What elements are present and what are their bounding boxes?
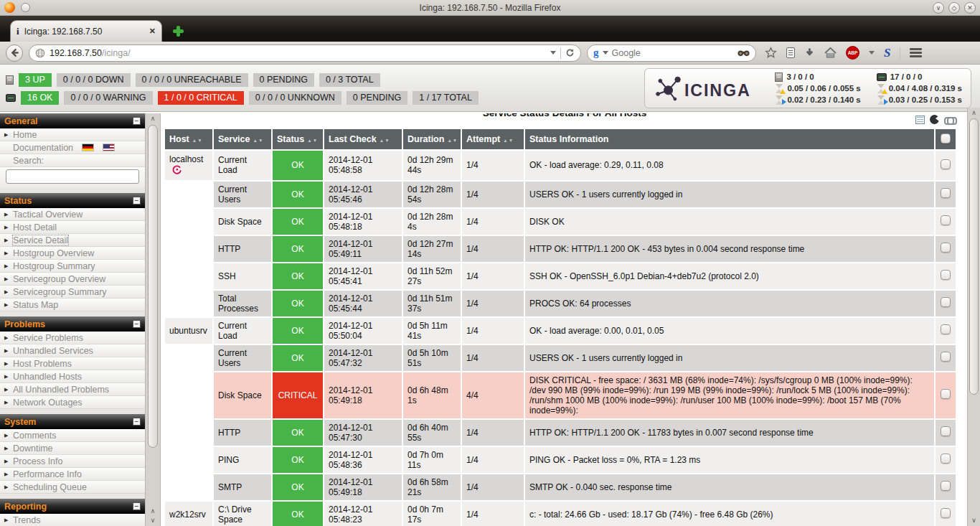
row-checkbox[interactable] — [941, 481, 951, 491]
scrollbar-thumb[interactable] — [148, 125, 158, 448]
service-name[interactable]: PING — [214, 447, 271, 473]
collapse-icon[interactable]: − — [133, 117, 141, 125]
row-checkbox[interactable] — [941, 324, 951, 334]
sort-desc-icon[interactable]: ▼ — [453, 138, 458, 143]
host-cell-w2k12srv[interactable]: w2k12srv — [165, 502, 212, 526]
minimize-button[interactable]: ∨ — [933, 2, 944, 14]
sort-asc-icon[interactable]: ▲ — [447, 138, 452, 143]
row-checkbox[interactable] — [941, 270, 951, 280]
service-box-0-0-0-unknown[interactable]: 0 / 0 / 0 UNKNOWN — [249, 91, 341, 105]
sidebar-section-header-general[interactable]: General− — [0, 113, 145, 128]
sidebar-item-scheduling-queue[interactable]: ▶Scheduling Queue — [0, 481, 145, 494]
sidebar-item-unhandled-services[interactable]: ▶Unhandled Services — [0, 344, 145, 357]
service-name[interactable]: Current Users — [214, 345, 271, 371]
sort-icons[interactable]: ▲▼ — [503, 134, 514, 144]
sort-asc-icon[interactable]: ▲ — [307, 138, 312, 143]
service-name[interactable]: Current Load — [214, 151, 271, 180]
sort-asc-icon[interactable]: ▲ — [253, 138, 258, 143]
row-checkbox[interactable] — [941, 426, 951, 436]
sort-icons[interactable]: ▲▼ — [307, 134, 318, 144]
sidebar-item-host-detail[interactable]: ▶Host Detail — [0, 221, 145, 234]
back-button[interactable] — [6, 44, 23, 62]
grid-view-icon[interactable] — [915, 116, 925, 124]
sidebar-search-input[interactable] — [6, 169, 139, 184]
sidebar-item-hostgroup-summary[interactable]: ▶Hostgroup Summary — [0, 260, 145, 273]
column-header-service[interactable]: Service▲▼ — [214, 129, 271, 149]
host-box-0-0-0-down[interactable]: 0 / 0 / 0 DOWN — [57, 73, 131, 87]
sidebar-item-documentation[interactable]: ▶Documentation — [0, 141, 145, 154]
sidebar-item-host-problems[interactable]: ▶Host Problems — [0, 357, 145, 370]
tab-close-icon[interactable]: ✕ — [149, 27, 156, 36]
url-bar[interactable]: 192.168.7.50/icinga/ — [29, 44, 581, 62]
adblock-plus-icon[interactable]: ABP — [846, 46, 859, 60]
sort-desc-icon[interactable]: ▼ — [509, 138, 514, 143]
sort-icons[interactable]: ▲▼ — [380, 134, 390, 144]
column-header-duration[interactable]: Duration▲▼ — [403, 129, 461, 149]
column-header-attempt[interactable]: Attempt▲▼ — [462, 129, 524, 149]
scroll-up-icon[interactable]: ∧ — [146, 114, 160, 123]
service-box-1-17-total[interactable]: 1 / 17 TOTAL — [413, 91, 479, 105]
sidebar-item-service-detail[interactable]: ▶Service Detail — [0, 234, 145, 247]
column-header-status-information[interactable]: Status Information — [525, 129, 934, 149]
service-name[interactable]: SSH — [214, 263, 271, 289]
host-cell-ubuntusrv[interactable]: ubuntusrv — [165, 318, 212, 344]
host-cell-localhost[interactable]: localhost — [165, 151, 212, 180]
collapse-icon[interactable]: − — [133, 197, 141, 205]
service-name[interactable]: HTTP — [214, 420, 271, 446]
scroll-down-icon[interactable]: ∨ — [968, 516, 980, 525]
row-checkbox[interactable] — [941, 243, 951, 253]
english-flag-icon[interactable] — [103, 144, 115, 151]
service-box-1-0-0-critical[interactable]: 1 / 0 / 0 CRITICAL — [158, 91, 244, 105]
service-name[interactable]: Disk Space — [214, 372, 271, 418]
scroll-up-icon[interactable]: ∧ — [968, 108, 980, 118]
service-name[interactable]: Current Users — [214, 182, 271, 207]
sidebar-item-hostgroup-overview[interactable]: ▶Hostgroup Overview — [0, 247, 145, 260]
sidebar-item-comments[interactable]: ▶Comments — [0, 429, 145, 442]
close-button[interactable]: ✕ — [964, 2, 976, 14]
column-header-status[interactable]: Status▲▼ — [273, 129, 323, 149]
search-input[interactable] — [612, 48, 735, 58]
sort-icons[interactable]: ▲▼ — [447, 134, 458, 144]
sidebar-item-unhandled-hosts[interactable]: ▶Unhandled Hosts — [0, 370, 145, 383]
debian-icon[interactable] — [171, 164, 182, 177]
sidebar-section-header-problems[interactable]: Problems− — [0, 316, 145, 332]
maximize-button[interactable]: ◇ — [948, 2, 960, 14]
menu-icon[interactable] — [910, 48, 922, 57]
row-checkbox[interactable] — [941, 215, 951, 225]
host-box-0-0-0-unreachable[interactable]: 0 / 0 / 0 UNREACHABLE — [136, 73, 248, 87]
sidebar-item-home[interactable]: ▶Home — [0, 128, 145, 141]
google-engine-icon[interactable]: g — [593, 47, 599, 58]
sort-desc-icon[interactable]: ▼ — [197, 138, 202, 143]
sort-desc-icon[interactable]: ▼ — [313, 138, 318, 143]
url-dropdown-chevron-icon[interactable] — [550, 51, 556, 55]
sort-desc-icon[interactable]: ▼ — [385, 138, 390, 143]
service-name[interactable]: SMTP — [214, 474, 271, 500]
search-bar[interactable]: g — [587, 44, 756, 62]
sidebar-item-tactical-overview[interactable]: ▶Tactical Overview — [0, 208, 145, 221]
bookmark-star-icon[interactable] — [765, 47, 777, 59]
new-tab-button[interactable] — [169, 23, 187, 39]
select-all-checkbox[interactable] — [941, 133, 951, 144]
service-name[interactable]: Current Load — [214, 318, 271, 344]
row-checkbox[interactable] — [941, 389, 951, 399]
sidebar-scrollbar[interactable]: ∧ ∧ ∨ — [145, 113, 161, 526]
binoculars-search-icon[interactable] — [738, 48, 750, 57]
bookmarks-list-icon[interactable] — [786, 47, 795, 58]
column-header-last-check[interactable]: Last Check▲▼ — [324, 129, 402, 149]
sort-asc-icon[interactable]: ▲ — [503, 138, 508, 143]
service-box-0-0-0-warning[interactable]: 0 / 0 / 0 WARNING — [64, 91, 152, 105]
host-name[interactable]: localhost — [169, 154, 203, 164]
host-box-0-pending[interactable]: 0 PENDING — [253, 73, 314, 87]
sidebar-item-service-problems[interactable]: ▶Service Problems — [0, 332, 145, 344]
adblock-chevron-icon[interactable] — [869, 51, 875, 55]
scroll-up-icon[interactable]: ∧ — [146, 507, 160, 516]
service-name[interactable]: C:\ Drive Space — [214, 502, 271, 526]
link-icon[interactable] — [944, 116, 957, 123]
row-checkbox[interactable] — [941, 508, 951, 518]
reload-icon[interactable] — [565, 48, 575, 57]
home-icon[interactable] — [824, 47, 837, 58]
tab-icinga[interactable]: i Icinga: 192.168.7.50 ✕ — [10, 20, 162, 42]
sort-icons[interactable]: ▲▼ — [253, 134, 263, 144]
host-name[interactable]: w2k12srv — [169, 509, 206, 520]
s-extension-icon[interactable]: S — [884, 46, 890, 60]
